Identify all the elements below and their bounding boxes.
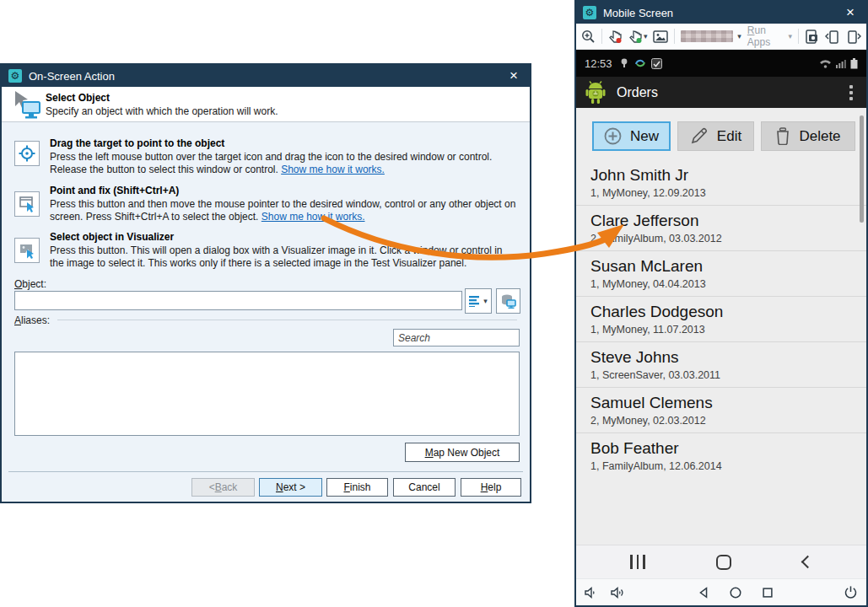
object-input[interactable] bbox=[14, 291, 462, 310]
chevron-down-icon: ▾ bbox=[737, 32, 741, 40]
edit-button[interactable]: Edit bbox=[677, 121, 754, 151]
wizard-header: Select Object Specify an object with whi… bbox=[2, 87, 530, 122]
order-details: 2, FamilyAlbum, 03.03.2012 bbox=[590, 233, 852, 244]
app-gear-icon: ⚙ bbox=[583, 6, 596, 19]
order-list-item[interactable]: Samuel Clemens 2, MyMoney, 02.03.2012 bbox=[576, 388, 866, 433]
toolbar-separator bbox=[798, 29, 799, 44]
power-icon[interactable] bbox=[844, 585, 858, 599]
image-cursor-icon bbox=[19, 242, 35, 259]
order-name: Clare Jefferson bbox=[590, 211, 852, 230]
order-list-item[interactable]: Susan McLaren 1, MyMoney, 04.04.2013 bbox=[576, 251, 866, 297]
volume-down-icon[interactable] bbox=[585, 587, 599, 599]
visualizer-select-button[interactable] bbox=[14, 238, 40, 263]
option-title: Select object in Visualizer bbox=[50, 231, 518, 243]
order-list-item[interactable]: Bob Feather 1, FamilyAlbum, 12.06.2014 bbox=[576, 433, 866, 479]
mobile-titlebar[interactable]: ⚙ Mobile Screen × bbox=[576, 2, 866, 24]
back-button[interactable]: < Back bbox=[191, 478, 255, 497]
order-details: 1, MyMoney, 11.07.2013 bbox=[590, 324, 852, 336]
redacted-device-name bbox=[681, 30, 733, 42]
order-list-item[interactable]: Steve Johns 1, ScreenSaver, 03.03.2011 bbox=[576, 342, 866, 388]
alias-search bbox=[393, 329, 520, 346]
rotate-right-icon[interactable] bbox=[846, 30, 861, 44]
pick-from-visualizer-button[interactable] bbox=[496, 288, 520, 314]
rotate-left-icon[interactable] bbox=[825, 30, 840, 44]
option-title: Point and fix (Shift+Ctrl+A) bbox=[50, 185, 518, 196]
search-input[interactable] bbox=[394, 330, 535, 346]
volume-up-icon[interactable] bbox=[611, 587, 628, 599]
order-list-item[interactable]: John Smith Jr 1, MyMoney, 12.09.2013 bbox=[576, 160, 866, 206]
image-icon[interactable] bbox=[653, 30, 668, 43]
delete-button[interactable]: Delete bbox=[761, 121, 855, 151]
touch-action-stop-icon[interactable] bbox=[608, 30, 623, 44]
emu-back-icon[interactable] bbox=[697, 586, 710, 599]
option-description: Press this button and then move the mous… bbox=[50, 198, 518, 223]
dialog-titlebar[interactable]: ⚙ On-Screen Action × bbox=[2, 65, 530, 87]
app-gear-icon: ⚙ bbox=[8, 69, 22, 83]
option-description: Press the left mouse button over the tar… bbox=[50, 151, 518, 175]
order-name: Susan McLaren bbox=[590, 256, 852, 276]
map-new-object-button[interactable]: Map New Object bbox=[405, 443, 520, 462]
mobile-title: Mobile Screen bbox=[603, 7, 834, 19]
order-name: Bob Feather bbox=[590, 438, 852, 458]
order-details: 1, MyMoney, 04.04.2013 bbox=[590, 278, 852, 290]
aliases-listbox[interactable] bbox=[14, 352, 520, 436]
list-scrollbar[interactable] bbox=[860, 115, 864, 223]
order-details: 2, MyMoney, 02.03.2012 bbox=[590, 415, 852, 427]
list-lines-icon bbox=[469, 295, 482, 307]
order-list-item[interactable]: Charles Dodgeson 1, MyMoney, 11.07.2013 bbox=[576, 297, 866, 342]
finish-button[interactable]: Finish bbox=[326, 478, 388, 497]
location-icon bbox=[619, 57, 629, 69]
battery-icon bbox=[850, 58, 858, 69]
close-icon[interactable]: × bbox=[841, 4, 860, 21]
toolbar-separator bbox=[674, 29, 675, 44]
option-description-text: Press the left mouse button over the tar… bbox=[50, 151, 492, 175]
recents-icon[interactable] bbox=[630, 555, 645, 569]
drag-target-button[interactable] bbox=[14, 141, 40, 166]
delete-button-label: Delete bbox=[799, 128, 840, 145]
emulator-control-bar bbox=[576, 578, 866, 605]
show-me-how-link[interactable]: Show me how it works. bbox=[261, 211, 365, 223]
screenshot-camera-icon[interactable] bbox=[805, 30, 819, 44]
cancel-button[interactable]: Cancel bbox=[393, 478, 456, 497]
orders-app-bar: Orders bbox=[576, 77, 866, 108]
emu-home-icon[interactable] bbox=[729, 586, 742, 599]
object-label: Object: bbox=[14, 278, 46, 290]
new-button[interactable]: New bbox=[592, 121, 671, 151]
touch-action-run-icon[interactable]: ▾ bbox=[628, 30, 648, 44]
order-name: Steve Johns bbox=[590, 347, 852, 367]
back-icon[interactable] bbox=[801, 556, 815, 569]
object-monitor-icon bbox=[500, 293, 516, 309]
device-selector-dropdown[interactable]: ▾ bbox=[681, 30, 741, 42]
pencil-icon bbox=[690, 127, 709, 145]
order-details: 1, MyMoney, 12.09.2013 bbox=[590, 187, 852, 199]
option-drag-target: Drag the target to point to the object P… bbox=[14, 137, 518, 175]
object-menu-button[interactable]: ▾ bbox=[465, 288, 492, 314]
run-apps-label: Run Apps bbox=[747, 24, 785, 48]
overflow-menu-icon[interactable] bbox=[844, 85, 858, 100]
new-button-label: New bbox=[630, 128, 659, 145]
orders-title: Orders bbox=[617, 85, 834, 100]
aliases-label: Aliases: bbox=[14, 314, 50, 326]
zoom-in-icon[interactable] bbox=[581, 30, 596, 44]
window-cursor-icon bbox=[19, 196, 35, 212]
next-button[interactable]: Next > bbox=[259, 478, 322, 497]
help-button[interactable]: Help bbox=[461, 478, 521, 497]
order-list-item[interactable]: Clare Jefferson 2, FamilyAlbum, 03.03.20… bbox=[576, 206, 866, 251]
status-time: 12:53 bbox=[585, 57, 612, 70]
checkbox-status-icon bbox=[651, 58, 662, 69]
chevron-down-icon: ▾ bbox=[483, 297, 488, 305]
wizard-step-subtitle: Specify an object with which the operati… bbox=[46, 105, 278, 117]
orders-screen: New Edit Delete bbox=[576, 108, 866, 545]
orders-list: John Smith Jr 1, MyMoney, 12.09.2013 Cla… bbox=[576, 160, 866, 479]
edit-button-label: Edit bbox=[717, 128, 741, 145]
footer-divider bbox=[8, 471, 523, 472]
point-and-fix-button[interactable] bbox=[14, 191, 40, 217]
close-icon[interactable]: × bbox=[504, 67, 523, 84]
wizard-step-title: Select Object bbox=[46, 92, 110, 104]
home-icon[interactable] bbox=[716, 555, 731, 570]
run-apps-dropdown[interactable]: Run Apps ▾ bbox=[747, 24, 792, 48]
on-screen-action-dialog: ⚙ On-Screen Action × Select Object Speci… bbox=[0, 63, 531, 503]
emu-recents-icon[interactable] bbox=[761, 586, 774, 599]
option-point-and-fix: Point and fix (Shift+Ctrl+A) Press this … bbox=[14, 185, 518, 223]
show-me-how-link[interactable]: Show me how it works. bbox=[281, 164, 385, 175]
